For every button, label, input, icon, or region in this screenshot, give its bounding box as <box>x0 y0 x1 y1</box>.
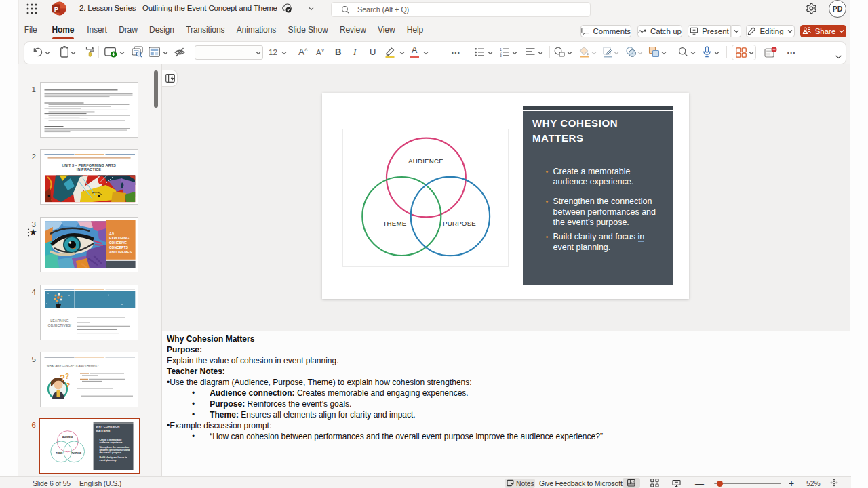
svg-text:UNIT 3 – PERFORMING ARTS: UNIT 3 – PERFORMING ARTS <box>62 163 116 167</box>
svg-text:AUDIENCE: AUDIENCE <box>408 157 443 165</box>
svg-text:OBJECTIVES!: OBJECTIVES! <box>48 323 72 327</box>
svg-text:COHESIVE: COHESIVE <box>109 241 127 245</box>
svg-text:?: ? <box>66 382 71 389</box>
svg-text:WHAT ARE CONCEPTS AND THEMES?: WHAT ARE CONCEPTS AND THEMES? <box>47 364 99 367</box>
svg-text:CONCEPTS: CONCEPTS <box>109 245 128 249</box>
svg-text:P: P <box>54 5 59 13</box>
svg-text:?: ? <box>60 373 65 383</box>
svg-text:PURPOSE: PURPOSE <box>443 220 476 227</box>
svg-text:EXPLORING: EXPLORING <box>109 236 130 240</box>
svg-text:3: 3 <box>500 54 502 57</box>
svg-text:PURPOSE: PURPOSE <box>72 452 81 455</box>
svg-text:THEME: THEME <box>382 220 406 227</box>
svg-text:3.6: 3.6 <box>109 231 114 235</box>
svg-text:THEME: THEME <box>56 452 63 455</box>
svg-text:?: ? <box>65 373 69 380</box>
svg-text:AND THEMES: AND THEMES <box>109 250 132 254</box>
svg-text:AUDIENCE: AUDIENCE <box>62 435 73 438</box>
svg-text:IN PRACTICE: IN PRACTICE <box>77 167 102 171</box>
svg-text:LEARNING: LEARNING <box>50 319 68 323</box>
